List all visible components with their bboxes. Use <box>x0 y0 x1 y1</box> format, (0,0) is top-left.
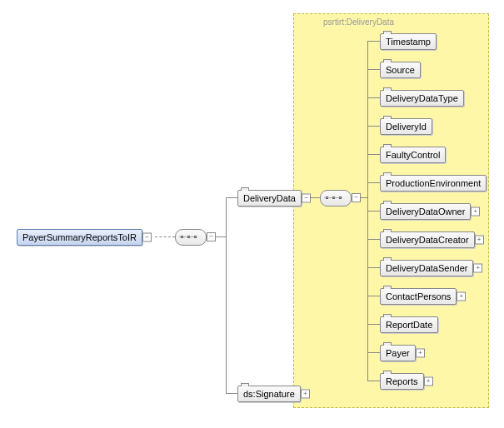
child-tab <box>383 257 392 261</box>
conn-child <box>367 69 380 70</box>
child-label: ProductionEnvironment <box>386 178 481 188</box>
seq1-collapse[interactable]: − <box>207 232 216 241</box>
child-node-source[interactable]: Source <box>380 62 421 78</box>
conn-child <box>367 324 380 325</box>
child-node-deliverydatatype[interactable]: DeliveryDataType <box>380 90 464 107</box>
diagram-canvas: { "root": { "label": "PayerSummaryReport… <box>0 0 504 428</box>
child-label: DeliveryDataCreator <box>386 235 469 245</box>
child-label: Payer <box>386 348 410 358</box>
child-tab <box>383 201 392 204</box>
conn-child <box>367 267 380 268</box>
child-tab <box>383 229 392 232</box>
conn-child <box>367 154 380 155</box>
child-label: DeliveryId <box>386 122 427 132</box>
conn-seq1-out <box>216 236 226 237</box>
child-label: Source <box>386 65 415 75</box>
sig-tab <box>241 383 249 386</box>
child-label: DeliveryDataType <box>386 93 458 103</box>
expand-icon[interactable]: + <box>416 349 425 358</box>
dd-collapse[interactable]: − <box>302 194 311 203</box>
child-tab <box>383 286 392 289</box>
root-label: PayerSummaryReportsToIR <box>22 232 137 242</box>
conn-seq2-out <box>361 197 367 198</box>
child-tab <box>383 172 392 176</box>
signature-node[interactable]: ds:Signature + <box>237 386 301 402</box>
child-tab <box>383 59 392 62</box>
seq2-collapse[interactable]: − <box>352 193 361 202</box>
delivery-data-label: DeliveryData <box>243 193 296 203</box>
child-node-deliverydatasender[interactable]: DeliveryDataSender+ <box>380 260 473 276</box>
child-node-productionenvironment[interactable]: ProductionEnvironment <box>380 175 487 192</box>
expand-icon[interactable]: + <box>473 264 482 273</box>
expand-icon[interactable]: + <box>471 207 480 216</box>
child-node-reports[interactable]: Reports+ <box>380 373 424 390</box>
expand-icon[interactable]: + <box>457 292 466 301</box>
root-node[interactable]: PayerSummaryReportsToIR − <box>17 229 142 246</box>
child-label: DeliveryDataSender <box>386 263 467 273</box>
conn-child <box>367 126 380 127</box>
conn-child <box>367 381 380 381</box>
conn-to-sig <box>226 393 237 394</box>
group-label: psrtirt:DeliveryData <box>323 17 394 27</box>
delivery-data-node[interactable]: DeliveryData − <box>237 190 302 207</box>
sequence-1[interactable]: − <box>175 229 207 246</box>
child-node-deliveryid[interactable]: DeliveryId <box>380 118 432 135</box>
conn-child <box>367 41 380 42</box>
root-collapse[interactable]: − <box>142 233 152 242</box>
child-label: ContactPersons <box>386 291 451 301</box>
conn-child <box>367 296 380 296</box>
child-node-timestamp[interactable]: Timestamp <box>380 33 437 50</box>
conn-child <box>367 352 380 353</box>
child-label: DeliveryDataOwner <box>386 207 465 216</box>
sequence-2[interactable]: − <box>320 190 352 207</box>
expand-icon[interactable]: + <box>424 377 433 386</box>
child-node-reportdate[interactable]: ReportDate <box>380 316 438 333</box>
child-tab <box>383 314 392 317</box>
child-node-deliverydatacreator[interactable]: DeliveryDataCreator+ <box>380 231 475 248</box>
conn-child <box>367 182 380 183</box>
conn-to-dd <box>226 197 237 198</box>
child-node-contactpersons[interactable]: ContactPersons+ <box>380 288 457 305</box>
child-tab <box>383 342 392 346</box>
conn-dd-seq2 <box>310 197 320 198</box>
signature-label: ds:Signature <box>243 389 295 399</box>
child-node-deliverydataowner[interactable]: DeliveryDataOwner+ <box>380 203 471 220</box>
child-node-payer[interactable]: Payer+ <box>380 345 416 361</box>
child-tab <box>383 87 392 91</box>
sig-expand[interactable]: + <box>301 390 310 399</box>
child-label: FaultyControl <box>386 150 440 160</box>
child-node-faultycontrol[interactable]: FaultyControl <box>380 147 446 163</box>
expand-icon[interactable]: + <box>475 236 484 245</box>
conn-seq1-vert <box>226 197 227 394</box>
child-label: Timestamp <box>386 37 431 47</box>
conn-child <box>367 97 380 98</box>
child-label: ReportDate <box>386 320 432 330</box>
conn-child <box>367 239 380 240</box>
conn-root-seq1 <box>155 236 175 238</box>
child-tab <box>383 31 392 34</box>
child-tab <box>383 371 392 374</box>
conn-child <box>367 211 380 212</box>
dd-tab <box>241 187 249 191</box>
child-label: Reports <box>386 376 418 386</box>
child-tab <box>383 144 392 147</box>
child-tab <box>383 116 392 119</box>
